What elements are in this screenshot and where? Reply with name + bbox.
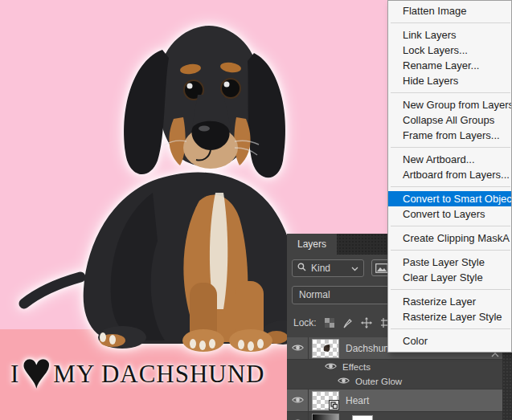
layer-row-partial[interactable] [287, 412, 512, 420]
layer-thumbnail[interactable] [312, 339, 339, 358]
filter-kind-select[interactable]: Kind [292, 259, 364, 277]
menu-item-label: Link Layers [403, 29, 456, 41]
menu-separator [391, 250, 510, 251]
menu-separator [391, 289, 510, 290]
layer-thumbnail[interactable] [312, 391, 339, 410]
lock-position-move-icon[interactable] [361, 317, 372, 328]
menu-item-rasterize-layer-style[interactable]: Rasterize Layer Style [388, 309, 511, 324]
menu-separator [391, 92, 510, 93]
menu-item-frame-from-layers[interactable]: Frame from Layers... [388, 128, 511, 143]
menu-item-rename-layer[interactable]: Rename Layer... [388, 58, 511, 73]
menu-item-hide-layers[interactable]: Hide Layers [388, 73, 511, 88]
smart-object-badge-icon [329, 400, 339, 410]
filter-kind-value: Kind [311, 263, 346, 274]
menu-item-label: Flatten Image [403, 5, 467, 17]
chevron-down-icon [351, 263, 358, 274]
canvas-caption: I ♥ MY DACHSHUND [10, 349, 265, 400]
menu-item-label: Lock Layers... [403, 44, 468, 56]
menu-separator [391, 147, 510, 148]
image-icon [375, 263, 388, 273]
blend-mode-value: Normal [299, 289, 330, 300]
effects-header-row[interactable]: Effects [287, 360, 512, 374]
menu-separator [391, 328, 510, 329]
thumbnail-art [321, 343, 332, 357]
menu-item-label: Rasterize Layer Style [403, 311, 502, 323]
menu-item-artboard-from-layers[interactable]: Artboard from Layers... [388, 167, 511, 182]
menu-item-clear-layer-style[interactable]: Clear Layer Style [388, 270, 511, 285]
menu-item-label: Rasterize Layer [403, 296, 476, 308]
effect-label: Effects [342, 362, 371, 372]
lock-transparency-icon[interactable] [325, 318, 334, 328]
menu-separator [391, 22, 510, 23]
lock-label: Lock: [293, 317, 317, 328]
menu-item-label: Color [403, 335, 428, 347]
effect-row-outer-glow[interactable]: Outer Glow [287, 374, 512, 389]
menu-item-lock-layers[interactable]: Lock Layers... [388, 43, 511, 58]
menu-item-collapse-all-groups[interactable]: Collapse All Groups [388, 112, 511, 128]
menu-item-shortcut: A [502, 230, 510, 246]
menu-separator [391, 186, 510, 187]
menu-item-label: New Artboard... [403, 153, 475, 165]
eye-icon[interactable] [338, 377, 350, 386]
menu-item-label: Frame from Layers... [403, 129, 500, 141]
caption-suffix: MY DACHSHUND [53, 360, 264, 389]
eye-icon [292, 343, 304, 354]
menu-separator [391, 226, 510, 226]
tab-layers[interactable]: Layers [287, 234, 337, 255]
menu-item-label: Collapse All Groups [403, 114, 494, 126]
menu-item-paste-layer-style[interactable]: Paste Layer Style [388, 255, 511, 270]
menu-item-label: Paste Layer Style [403, 256, 485, 268]
menu-item-label: Convert to Smart Object [403, 193, 511, 205]
menu-item-color[interactable]: Color [388, 333, 511, 349]
menu-item-label: Rename Layer... [403, 59, 479, 71]
search-icon [297, 263, 306, 274]
menu-item-label: Artboard from Layers... [403, 169, 510, 181]
menu-item-label: Hide Layers [403, 75, 458, 87]
menu-item-convert-to-layers[interactable]: Convert to Layers [388, 206, 511, 222]
effect-label: Outer Glow [355, 377, 402, 386]
menu-item-convert-to-smart-object[interactable]: Convert to Smart Object [388, 191, 511, 206]
heart-glyph: ♥ [21, 359, 52, 383]
layers-context-menu: Flatten ImageLink LayersLock Layers...Re… [387, 0, 512, 353]
menu-item-new-group-from-layers[interactable]: New Group from Layers... [388, 97, 511, 112]
layer-thumbnail[interactable] [312, 414, 339, 420]
menu-item-rasterize-layer[interactable]: Rasterize Layer [388, 294, 511, 309]
menu-item-new-artboard[interactable]: New Artboard... [388, 152, 511, 167]
menu-item-label: New Group from Layers... [403, 99, 511, 111]
layer-visibility-toggle[interactable] [287, 389, 309, 411]
lock-pixels-brush-icon[interactable] [342, 318, 353, 328]
layer-mask-thumbnail[interactable] [352, 415, 373, 420]
menu-item-create-clipping-mask[interactable]: Create Clipping MaskA [388, 230, 511, 246]
layer-visibility-toggle[interactable] [287, 412, 309, 420]
layer-row-heart[interactable]: Heart [287, 389, 512, 412]
menu-item-label: Create Clipping Mask [403, 232, 502, 244]
menu-item-label: Clear Layer Style [403, 271, 483, 283]
eye-icon [292, 395, 304, 406]
menu-item-link-layers[interactable]: Link Layers [388, 27, 511, 43]
menu-item-flatten-image[interactable]: Flatten Image [388, 3, 511, 18]
caption-prefix: I [10, 360, 19, 389]
eye-icon[interactable] [325, 362, 337, 372]
dachshund-artwork [0, 0, 305, 357]
layer-visibility-toggle[interactable] [287, 337, 309, 359]
menu-item-label: Convert to Layers [403, 208, 485, 220]
layer-name: Heart [346, 395, 369, 406]
photoshop-screen: I ♥ MY DACHSHUND Layers Kind [0, 0, 512, 420]
